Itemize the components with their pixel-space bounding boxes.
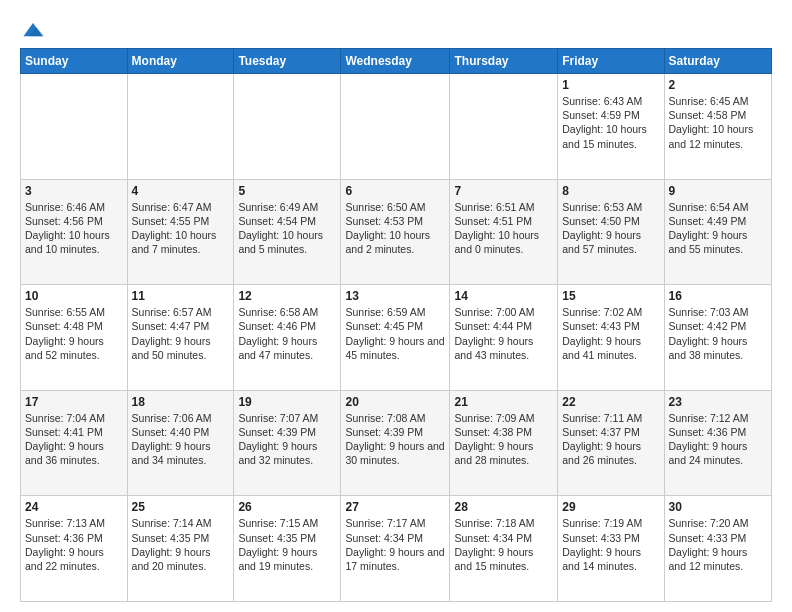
header-cell-wednesday: Wednesday	[341, 49, 450, 74]
day-cell: 13Sunrise: 6:59 AM Sunset: 4:45 PM Dayli…	[341, 285, 450, 391]
logo-icon	[22, 20, 44, 42]
day-number: 11	[132, 289, 230, 303]
day-cell: 18Sunrise: 7:06 AM Sunset: 4:40 PM Dayli…	[127, 390, 234, 496]
week-row-2: 10Sunrise: 6:55 AM Sunset: 4:48 PM Dayli…	[21, 285, 772, 391]
header-cell-friday: Friday	[558, 49, 664, 74]
day-cell: 20Sunrise: 7:08 AM Sunset: 4:39 PM Dayli…	[341, 390, 450, 496]
day-cell: 19Sunrise: 7:07 AM Sunset: 4:39 PM Dayli…	[234, 390, 341, 496]
day-number: 1	[562, 78, 659, 92]
day-cell: 7Sunrise: 6:51 AM Sunset: 4:51 PM Daylig…	[450, 179, 558, 285]
day-number: 22	[562, 395, 659, 409]
day-number: 2	[669, 78, 767, 92]
day-info: Sunrise: 7:08 AM Sunset: 4:39 PM Dayligh…	[345, 411, 445, 468]
day-number: 13	[345, 289, 445, 303]
day-number: 24	[25, 500, 123, 514]
day-info: Sunrise: 7:09 AM Sunset: 4:38 PM Dayligh…	[454, 411, 553, 468]
day-cell: 11Sunrise: 6:57 AM Sunset: 4:47 PM Dayli…	[127, 285, 234, 391]
day-cell: 30Sunrise: 7:20 AM Sunset: 4:33 PM Dayli…	[664, 496, 771, 602]
day-cell	[341, 74, 450, 180]
day-info: Sunrise: 6:50 AM Sunset: 4:53 PM Dayligh…	[345, 200, 445, 257]
header-cell-monday: Monday	[127, 49, 234, 74]
day-info: Sunrise: 7:17 AM Sunset: 4:34 PM Dayligh…	[345, 516, 445, 573]
day-cell: 8Sunrise: 6:53 AM Sunset: 4:50 PM Daylig…	[558, 179, 664, 285]
day-number: 25	[132, 500, 230, 514]
day-info: Sunrise: 7:20 AM Sunset: 4:33 PM Dayligh…	[669, 516, 767, 573]
day-cell: 16Sunrise: 7:03 AM Sunset: 4:42 PM Dayli…	[664, 285, 771, 391]
page: SundayMondayTuesdayWednesdayThursdayFrid…	[0, 0, 792, 612]
day-info: Sunrise: 6:53 AM Sunset: 4:50 PM Dayligh…	[562, 200, 659, 257]
day-cell: 4Sunrise: 6:47 AM Sunset: 4:55 PM Daylig…	[127, 179, 234, 285]
calendar-table: SundayMondayTuesdayWednesdayThursdayFrid…	[20, 48, 772, 602]
day-info: Sunrise: 6:57 AM Sunset: 4:47 PM Dayligh…	[132, 305, 230, 362]
day-cell: 17Sunrise: 7:04 AM Sunset: 4:41 PM Dayli…	[21, 390, 128, 496]
day-info: Sunrise: 6:43 AM Sunset: 4:59 PM Dayligh…	[562, 94, 659, 151]
day-number: 7	[454, 184, 553, 198]
day-info: Sunrise: 6:45 AM Sunset: 4:58 PM Dayligh…	[669, 94, 767, 151]
day-number: 4	[132, 184, 230, 198]
day-cell: 5Sunrise: 6:49 AM Sunset: 4:54 PM Daylig…	[234, 179, 341, 285]
day-number: 17	[25, 395, 123, 409]
day-cell	[127, 74, 234, 180]
day-info: Sunrise: 6:54 AM Sunset: 4:49 PM Dayligh…	[669, 200, 767, 257]
day-cell: 14Sunrise: 7:00 AM Sunset: 4:44 PM Dayli…	[450, 285, 558, 391]
week-row-1: 3Sunrise: 6:46 AM Sunset: 4:56 PM Daylig…	[21, 179, 772, 285]
day-info: Sunrise: 6:55 AM Sunset: 4:48 PM Dayligh…	[25, 305, 123, 362]
header-cell-sunday: Sunday	[21, 49, 128, 74]
day-info: Sunrise: 6:46 AM Sunset: 4:56 PM Dayligh…	[25, 200, 123, 257]
day-cell: 27Sunrise: 7:17 AM Sunset: 4:34 PM Dayli…	[341, 496, 450, 602]
header-cell-saturday: Saturday	[664, 49, 771, 74]
day-number: 29	[562, 500, 659, 514]
day-cell: 6Sunrise: 6:50 AM Sunset: 4:53 PM Daylig…	[341, 179, 450, 285]
day-info: Sunrise: 7:11 AM Sunset: 4:37 PM Dayligh…	[562, 411, 659, 468]
day-info: Sunrise: 7:03 AM Sunset: 4:42 PM Dayligh…	[669, 305, 767, 362]
day-info: Sunrise: 7:02 AM Sunset: 4:43 PM Dayligh…	[562, 305, 659, 362]
day-cell: 3Sunrise: 6:46 AM Sunset: 4:56 PM Daylig…	[21, 179, 128, 285]
day-cell: 10Sunrise: 6:55 AM Sunset: 4:48 PM Dayli…	[21, 285, 128, 391]
header-row: SundayMondayTuesdayWednesdayThursdayFrid…	[21, 49, 772, 74]
day-cell	[450, 74, 558, 180]
day-info: Sunrise: 7:18 AM Sunset: 4:34 PM Dayligh…	[454, 516, 553, 573]
day-cell: 29Sunrise: 7:19 AM Sunset: 4:33 PM Dayli…	[558, 496, 664, 602]
day-number: 23	[669, 395, 767, 409]
day-info: Sunrise: 7:00 AM Sunset: 4:44 PM Dayligh…	[454, 305, 553, 362]
day-number: 28	[454, 500, 553, 514]
day-cell: 1Sunrise: 6:43 AM Sunset: 4:59 PM Daylig…	[558, 74, 664, 180]
day-number: 8	[562, 184, 659, 198]
header-area	[20, 16, 772, 42]
day-info: Sunrise: 7:14 AM Sunset: 4:35 PM Dayligh…	[132, 516, 230, 573]
day-cell: 23Sunrise: 7:12 AM Sunset: 4:36 PM Dayli…	[664, 390, 771, 496]
day-cell: 15Sunrise: 7:02 AM Sunset: 4:43 PM Dayli…	[558, 285, 664, 391]
day-cell: 26Sunrise: 7:15 AM Sunset: 4:35 PM Dayli…	[234, 496, 341, 602]
day-cell: 2Sunrise: 6:45 AM Sunset: 4:58 PM Daylig…	[664, 74, 771, 180]
header-cell-thursday: Thursday	[450, 49, 558, 74]
day-number: 21	[454, 395, 553, 409]
day-number: 18	[132, 395, 230, 409]
day-number: 5	[238, 184, 336, 198]
week-row-3: 17Sunrise: 7:04 AM Sunset: 4:41 PM Dayli…	[21, 390, 772, 496]
day-info: Sunrise: 6:47 AM Sunset: 4:55 PM Dayligh…	[132, 200, 230, 257]
day-cell: 9Sunrise: 6:54 AM Sunset: 4:49 PM Daylig…	[664, 179, 771, 285]
day-info: Sunrise: 7:13 AM Sunset: 4:36 PM Dayligh…	[25, 516, 123, 573]
day-number: 10	[25, 289, 123, 303]
day-cell: 21Sunrise: 7:09 AM Sunset: 4:38 PM Dayli…	[450, 390, 558, 496]
day-number: 12	[238, 289, 336, 303]
day-info: Sunrise: 7:06 AM Sunset: 4:40 PM Dayligh…	[132, 411, 230, 468]
day-number: 27	[345, 500, 445, 514]
day-info: Sunrise: 7:19 AM Sunset: 4:33 PM Dayligh…	[562, 516, 659, 573]
day-info: Sunrise: 7:15 AM Sunset: 4:35 PM Dayligh…	[238, 516, 336, 573]
day-info: Sunrise: 6:58 AM Sunset: 4:46 PM Dayligh…	[238, 305, 336, 362]
day-number: 30	[669, 500, 767, 514]
day-number: 6	[345, 184, 445, 198]
day-info: Sunrise: 7:07 AM Sunset: 4:39 PM Dayligh…	[238, 411, 336, 468]
day-number: 14	[454, 289, 553, 303]
day-info: Sunrise: 6:51 AM Sunset: 4:51 PM Dayligh…	[454, 200, 553, 257]
week-row-0: 1Sunrise: 6:43 AM Sunset: 4:59 PM Daylig…	[21, 74, 772, 180]
day-info: Sunrise: 6:59 AM Sunset: 4:45 PM Dayligh…	[345, 305, 445, 362]
calendar-header: SundayMondayTuesdayWednesdayThursdayFrid…	[21, 49, 772, 74]
day-number: 3	[25, 184, 123, 198]
day-cell: 24Sunrise: 7:13 AM Sunset: 4:36 PM Dayli…	[21, 496, 128, 602]
day-number: 26	[238, 500, 336, 514]
day-number: 16	[669, 289, 767, 303]
day-cell: 28Sunrise: 7:18 AM Sunset: 4:34 PM Dayli…	[450, 496, 558, 602]
day-info: Sunrise: 7:12 AM Sunset: 4:36 PM Dayligh…	[669, 411, 767, 468]
